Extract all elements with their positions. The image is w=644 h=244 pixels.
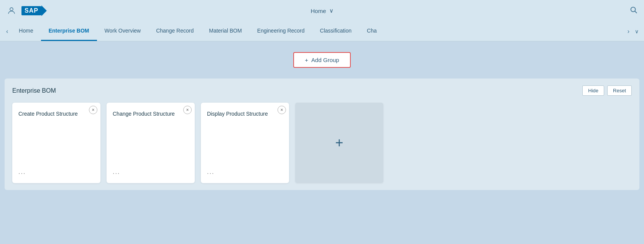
bom-title: Enterprise BOM xyxy=(12,87,56,94)
card-dots-1[interactable]: ··· xyxy=(18,170,94,177)
card-title-1: Create Product Structure xyxy=(18,110,94,118)
card-create-product-structure: × Create Product Structure ··· xyxy=(12,103,100,183)
tab-cha[interactable]: Cha xyxy=(359,21,384,41)
card-close-3[interactable]: × xyxy=(278,106,286,114)
add-group-plus: + xyxy=(305,57,308,63)
tab-home[interactable]: Home xyxy=(11,21,41,41)
top-bar-center: Home ∨ xyxy=(310,7,333,14)
top-bar: SAP Home ∨ xyxy=(0,0,644,21)
add-card-button[interactable]: + xyxy=(295,103,383,183)
card-dots-3[interactable]: ··· xyxy=(207,170,283,177)
card-display-product-structure: × Display Product Structure ··· xyxy=(201,103,289,183)
card-title-2: Change Product Structure xyxy=(113,110,189,118)
card-close-1[interactable]: × xyxy=(89,106,97,114)
svg-point-0 xyxy=(10,8,13,11)
card-dots-2[interactable]: ··· xyxy=(113,170,189,177)
card-title-3: Display Product Structure xyxy=(207,110,283,118)
tab-change-record[interactable]: Change Record xyxy=(148,21,201,41)
home-chevron: ∨ xyxy=(329,7,334,14)
bom-section: Enterprise BOM Hide Reset × Create Produ… xyxy=(5,79,639,190)
user-icon[interactable] xyxy=(6,5,17,16)
sap-logo-text: SAP xyxy=(21,6,41,15)
sap-logo-arrow xyxy=(41,5,47,16)
svg-point-1 xyxy=(631,7,636,11)
add-group-section: + Add Group xyxy=(0,41,644,79)
add-group-button[interactable]: + Add Group xyxy=(293,52,350,68)
svg-line-2 xyxy=(635,11,637,13)
search-icon[interactable] xyxy=(629,6,638,16)
nav-prev-arrow[interactable]: ‹ xyxy=(3,28,11,35)
bom-header: Enterprise BOM Hide Reset xyxy=(12,85,632,96)
card-close-2[interactable]: × xyxy=(183,106,192,114)
top-bar-left: SAP xyxy=(6,5,47,16)
bom-actions: Hide Reset xyxy=(582,85,632,96)
nav-bar: ‹ Home Enterprise BOM Work Overview Chan… xyxy=(0,21,644,41)
tab-engineering-record[interactable]: Engineering Record xyxy=(250,21,312,41)
add-group-label: Add Group xyxy=(311,57,339,63)
nav-next-arrow[interactable]: › xyxy=(624,28,632,35)
tab-classification[interactable]: Classification xyxy=(312,21,359,41)
hide-button[interactable]: Hide xyxy=(582,85,604,96)
nav-expand-icon[interactable]: ∨ xyxy=(632,28,641,34)
nav-tabs: Home Enterprise BOM Work Overview Change… xyxy=(11,21,624,41)
card-change-product-structure: × Change Product Structure ··· xyxy=(107,103,195,183)
sap-logo: SAP xyxy=(21,5,47,16)
cards-grid: × Create Product Structure ··· × Change … xyxy=(12,103,632,183)
tab-material-bom[interactable]: Material BOM xyxy=(201,21,250,41)
tab-enterprise-bom[interactable]: Enterprise BOM xyxy=(41,21,97,41)
reset-button[interactable]: Reset xyxy=(607,85,632,96)
add-card-icon: + xyxy=(335,135,343,151)
tab-work-overview[interactable]: Work Overview xyxy=(97,21,149,41)
home-label: Home xyxy=(310,8,326,14)
